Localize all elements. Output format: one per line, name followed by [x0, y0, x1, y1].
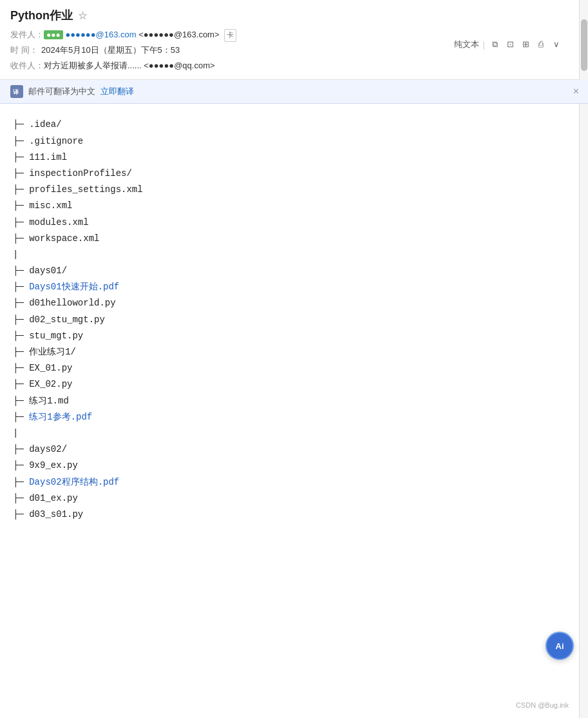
tree-line: ├─ d01_ex.py — [13, 490, 575, 507]
recipient-label: 收件人： — [10, 59, 44, 73]
tree-filename: Days02程序结构.pdf — [29, 477, 119, 487]
tree-prefix: ├─ — [13, 509, 29, 519]
card-icon[interactable]: 卡 — [224, 29, 236, 42]
tree-prefix: ├─ — [13, 347, 29, 357]
tree-prefix: ├─ — [13, 119, 29, 130]
tree-prefix: ├─ — [13, 460, 29, 471]
file-tree: ├─ .idea/├─ .gitignore├─ 111.iml├─ inspe… — [13, 117, 575, 523]
tree-filename: Days01快速开始.pdf — [29, 282, 119, 292]
tree-line: ├─ days01/ — [13, 263, 575, 279]
tree-prefix: ├─ — [13, 396, 29, 406]
tree-filename: misc.xml — [29, 200, 72, 211]
tree-line: ├─ Days02程序结构.pdf — [13, 474, 575, 490]
tree-filename: stu_mgt.py — [29, 331, 83, 341]
more-icon[interactable]: ∨ — [551, 39, 562, 50]
tree-filename: d03_s01.py — [29, 509, 83, 519]
star-icon[interactable]: ☆ — [78, 10, 87, 22]
tree-line: ├─ profiles_settings.xml — [13, 182, 575, 198]
tree-prefix: ├─ — [13, 282, 29, 292]
tree-line: ├─ EX_01.py — [13, 360, 575, 376]
ai-button[interactable]: Ai — [545, 632, 574, 660]
tree-filename: days01/ — [29, 266, 67, 276]
email-header: Python作业 ☆ 发件人： ●●● ●●●●●●@163.com <●●●●… — [0, 0, 588, 80]
tree-line: ├─ d02_stu_mgt.py — [13, 312, 575, 328]
tree-filename: inspectionProfiles/ — [29, 168, 132, 179]
tree-line: ├─ modules.xml — [13, 215, 575, 231]
tree-line: ├─ 作业练习1/ — [13, 344, 575, 360]
tree-line: ├─ .idea/ — [13, 117, 575, 133]
tree-line: ├─ .gitignore — [13, 133, 575, 150]
sender-bracket-email: ●●●●●●@163.com — [144, 30, 214, 39]
tree-filename: .gitignore — [29, 136, 83, 146]
tree-prefix: ├─ — [13, 136, 29, 146]
tree-line: ├─ 练习1.md — [13, 393, 575, 409]
tree-filename: 9x9_ex.py — [29, 460, 78, 471]
recipient-value: 对方近期被多人举报请...... <●●●●●@qq.com> — [44, 59, 578, 73]
tree-prefix: ├─ — [13, 233, 29, 244]
tree-filename: d01_ex.py — [29, 493, 78, 503]
ai-button-label: Ai — [556, 641, 564, 651]
copy-icon[interactable]: ⧉ — [489, 39, 500, 50]
tree-prefix: ├─ — [13, 412, 29, 422]
translate-close-button[interactable]: × — [573, 86, 579, 97]
email-body: ├─ .idea/├─ .gitignore├─ 111.iml├─ inspe… — [0, 104, 588, 561]
tree-prefix: ├─ — [13, 331, 29, 341]
sender-tag: ●●● — [44, 30, 63, 39]
footer-attribution: CSDN @Bug.ink — [516, 701, 569, 709]
email-subject: Python作业 — [10, 8, 73, 23]
tree-prefix: ├─ — [13, 184, 29, 195]
tree-line: ├─ Days01快速开始.pdf — [13, 279, 575, 295]
sender-email-link[interactable]: ●●●●●●@163.com — [65, 30, 136, 39]
tree-prefix: ├─ — [13, 444, 29, 454]
tree-prefix: ├─ — [13, 217, 29, 228]
divider: | — [483, 40, 485, 50]
lock-icon[interactable]: ⊞ — [520, 39, 531, 50]
tree-prefix: ├─ — [13, 152, 29, 162]
tree-line: ├─ workspace.xml — [13, 231, 575, 247]
tree-filename: 练习1.md — [29, 396, 69, 406]
scrollbar-thumb[interactable] — [581, 19, 587, 71]
tree-line: ├─ stu_mgt.py — [13, 328, 575, 344]
tree-line: ├─ 9x9_ex.py — [13, 458, 575, 474]
tree-prefix: ├─ — [13, 493, 29, 503]
translate-now-link[interactable]: 立即翻译 — [100, 86, 134, 97]
tree-filename: modules.xml — [29, 217, 88, 228]
attribution-text: CSDN @Bug.ink — [516, 701, 569, 709]
tree-filename: EX_01.py — [29, 363, 72, 373]
tree-prefix: ├─ — [13, 200, 29, 211]
tree-line: ├─ days02/ — [13, 441, 575, 458]
tree-line: | — [13, 247, 575, 263]
tree-prefix: ├─ — [13, 379, 29, 389]
tree-filename: 练习1参考.pdf — [29, 412, 92, 422]
tree-filename: .idea/ — [29, 119, 61, 130]
tree-filename: d02_stu_mgt.py — [29, 315, 105, 325]
translate-message: 邮件可翻译为中文 — [28, 86, 95, 97]
time-label: 时 间： — [10, 44, 41, 57]
tree-prefix: ├─ — [13, 477, 29, 487]
tree-filename: profiles_settings.xml — [29, 184, 142, 195]
tree-prefix: ├─ — [13, 168, 29, 179]
scrollbar[interactable] — [579, 0, 588, 718]
tree-line: | — [13, 425, 575, 441]
tree-line: ├─ 练习1参考.pdf — [13, 409, 575, 425]
tree-line: ├─ 111.iml — [13, 150, 575, 166]
svg-text:译: 译 — [13, 89, 19, 95]
tree-filename: EX_02.py — [29, 379, 72, 389]
tree-prefix: ├─ — [13, 315, 29, 325]
email-title-row: Python作业 ☆ — [10, 8, 578, 23]
tree-filename: d01helloworld.py — [29, 298, 115, 308]
tree-filename: days02/ — [29, 444, 67, 454]
translate-icon: 译 — [10, 85, 23, 98]
tree-filename: workspace.xml — [29, 233, 99, 244]
recipient-row: 收件人： 对方近期被多人举报请...... <●●●●●@qq.com> — [10, 59, 578, 73]
tree-prefix: ├─ — [13, 266, 29, 276]
tree-filename: 111.iml — [29, 152, 67, 162]
print-icon[interactable]: ⎙ — [535, 39, 547, 50]
tree-prefix: ├─ — [13, 298, 29, 308]
window-icon[interactable]: ⊡ — [504, 39, 516, 50]
tree-line: ├─ EX_02.py — [13, 376, 575, 393]
translate-bar: 译 邮件可翻译为中文 立即翻译 × — [0, 80, 588, 104]
plain-text-button[interactable]: 纯文本 — [454, 39, 479, 50]
header-actions: 纯文本 | ⧉ ⊡ ⊞ ⎙ ∨ — [454, 39, 562, 50]
tree-line: ├─ misc.xml — [13, 198, 575, 214]
